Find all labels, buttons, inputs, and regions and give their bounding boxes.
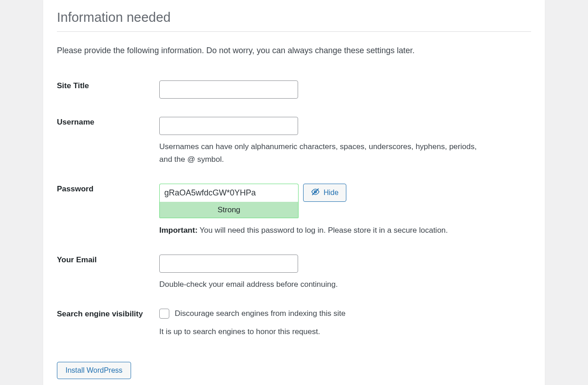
site-title-input[interactable] <box>159 80 298 99</box>
site-title-label: Site Title <box>57 75 159 111</box>
install-wordpress-button[interactable]: Install WordPress <box>57 362 131 379</box>
email-input[interactable] <box>159 255 298 273</box>
seo-note: It is up to search engines to honor this… <box>159 326 531 338</box>
eye-slash-icon <box>311 187 320 198</box>
email-label: Your Email <box>57 249 159 303</box>
important-text: You will need this password to log in. P… <box>198 226 448 235</box>
username-input[interactable] <box>159 117 298 135</box>
password-strength-indicator: Strong <box>159 202 299 218</box>
intro-text: Please provide the following information… <box>57 45 531 57</box>
password-input[interactable] <box>159 184 299 202</box>
seo-checkbox[interactable] <box>159 309 169 319</box>
page-heading: Information needed <box>57 0 531 32</box>
seo-label: Search engine visibility <box>57 303 159 350</box>
hide-password-button[interactable]: Hide <box>303 184 346 202</box>
email-hint: Double-check your email address before c… <box>159 278 487 290</box>
password-important-note: Important: You will need this password t… <box>159 225 531 236</box>
username-hint: Usernames can have only alphanumeric cha… <box>159 140 487 165</box>
important-prefix: Important: <box>159 226 198 235</box>
password-label: Password <box>57 178 159 249</box>
hide-button-label: Hide <box>324 189 339 197</box>
seo-checkbox-label[interactable]: Discourage search engines from indexing … <box>175 309 345 318</box>
username-label: Username <box>57 111 159 178</box>
